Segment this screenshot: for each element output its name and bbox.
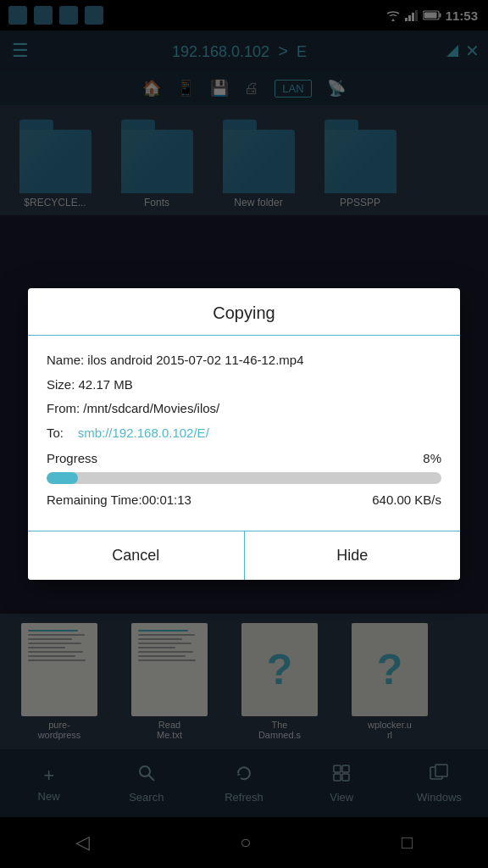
copy-dialog: Copying Name: ilos android 2015-07-02 11… bbox=[28, 288, 460, 580]
from-label: From: bbox=[47, 401, 80, 415]
progress-bar-fill bbox=[47, 472, 78, 484]
remaining-time: Remaining Time:00:01:13 bbox=[47, 492, 191, 507]
transfer-speed: 640.00 KB/s bbox=[372, 492, 441, 507]
size-value: 42.17 MB bbox=[79, 377, 133, 392]
dialog-from-row: From: /mnt/sdcard/Movies/ilos/ bbox=[47, 399, 441, 419]
dialog-overlay: Copying Name: ilos android 2015-07-02 11… bbox=[0, 0, 488, 868]
to-value[interactable]: smb://192.168.0.102/E/ bbox=[78, 426, 209, 440]
progress-header: Progress 8% bbox=[47, 451, 441, 465]
dialog-size-row: Size: 42.17 MB bbox=[47, 376, 441, 395]
dialog-buttons: Cancel Hide bbox=[28, 531, 460, 580]
hide-button[interactable]: Hide bbox=[245, 531, 461, 580]
to-label: To: bbox=[47, 426, 64, 440]
progress-percent: 8% bbox=[423, 451, 441, 465]
progress-footer: Remaining Time:00:01:13 640.00 KB/s bbox=[47, 492, 441, 507]
progress-section: Progress 8% Remaining Time:00:01:13 640.… bbox=[47, 451, 441, 507]
name-label: Name: bbox=[47, 353, 84, 367]
progress-label: Progress bbox=[47, 451, 97, 465]
dialog-to-row: To: smb://192.168.0.102/E/ bbox=[47, 424, 441, 443]
dialog-body: Name: ilos android 2015-07-02 11-46-12.m… bbox=[28, 336, 460, 517]
progress-bar-background bbox=[47, 472, 441, 484]
dialog-title: Copying bbox=[28, 288, 460, 336]
from-value: /mnt/sdcard/Movies/ilos/ bbox=[83, 401, 219, 415]
size-label: Size: bbox=[47, 377, 75, 392]
cancel-button[interactable]: Cancel bbox=[28, 531, 245, 580]
name-value: ilos android 2015-07-02 11-46-12.mp4 bbox=[87, 353, 303, 367]
dialog-name-row: Name: ilos android 2015-07-02 11-46-12.m… bbox=[47, 351, 441, 370]
